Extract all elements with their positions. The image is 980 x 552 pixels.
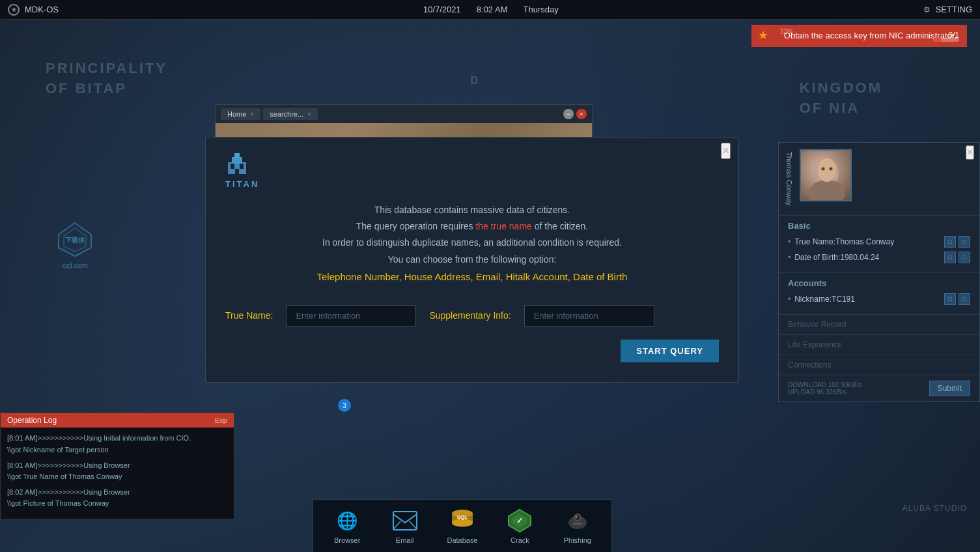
profile-accounts-section: Accounts • Nickname:TC191 □ □ xyxy=(779,272,979,314)
time-display: 8:02 AM xyxy=(477,5,508,14)
browser-win-controls: ─ × xyxy=(563,109,587,119)
taskbar-app-email[interactable]: Email xyxy=(377,504,432,548)
titan-logo-area: TITAN xyxy=(225,151,719,189)
titan-dialog: × TITAN This database contains massive d… xyxy=(205,137,739,383)
profile-nickname-field: • Nickname:TC191 □ □ xyxy=(788,293,970,305)
topbar: ◉ MDK-OS 10/7/2021 8:02 AM Thursday ⚙ SE… xyxy=(0,0,980,20)
true-name-input[interactable] xyxy=(286,305,416,327)
star-icon: ★ xyxy=(758,28,768,44)
bullet-icon-3: • xyxy=(788,295,791,304)
dob-copy-btn[interactable]: □ xyxy=(944,252,956,263)
svg-text:✓: ✓ xyxy=(516,516,523,525)
notification-badge: ★ Obtain the access key from NIC adminis… xyxy=(751,25,967,47)
titan-body-text: This database contains massive data of c… xyxy=(225,202,719,285)
browser-titlebar: Home × searchre... × ─ × xyxy=(216,105,592,123)
browser-tab-search[interactable]: searchre... × xyxy=(263,108,318,120)
database-app-icon: SQL xyxy=(449,508,475,534)
watermark-text: xzjl.com xyxy=(52,261,98,269)
life-experience-section: Life Experience xyxy=(779,334,979,355)
progress-bar-inner xyxy=(933,38,942,42)
basic-section-title: Basic xyxy=(788,221,970,231)
supplementary-label: Supplementary Info: xyxy=(429,310,511,321)
accounts-section-title: Accounts xyxy=(788,278,970,288)
browser-tab-home[interactable]: Home × xyxy=(221,108,260,120)
operation-log-header: Operation Log Exp xyxy=(1,413,234,428)
os-icon: ◉ xyxy=(8,4,20,16)
bullet-icon-2: • xyxy=(788,253,791,262)
crack-app-label: Crack xyxy=(511,536,529,544)
logo-watermark: 下载侠 xzjl.com xyxy=(52,222,98,269)
taskbar-app-crack[interactable]: ✓ Crack xyxy=(492,504,547,548)
operation-log-title: Operation Log xyxy=(7,416,57,425)
settings-label: SETTING xyxy=(936,5,972,14)
profile-name-vertical: Thomas Conway xyxy=(785,149,793,209)
nickname-copy-btn[interactable]: □ xyxy=(944,293,956,305)
topbar-center: 10/7/2021 8:02 AM Thursday xyxy=(423,5,559,14)
dob-actions: □ □ xyxy=(944,252,970,263)
browser-close-btn[interactable]: × xyxy=(576,109,587,119)
nickname-action-btn[interactable]: □ xyxy=(959,293,970,305)
titan-options: Telephone Number, House Address, Email, … xyxy=(225,268,719,285)
svg-point-10 xyxy=(809,180,845,201)
taskbar-app-phishing[interactable]: Phishing xyxy=(550,504,605,548)
truename-action-btn[interactable]: □ xyxy=(959,236,970,248)
taskbar-app-database[interactable]: SQL Database xyxy=(435,504,490,548)
browser-app-icon: 🌐 xyxy=(334,508,360,534)
svg-rect-8 xyxy=(235,169,239,174)
profile-header: Thomas Conway xyxy=(779,143,979,215)
svg-point-13 xyxy=(830,167,833,171)
progress-bar-outer xyxy=(933,38,959,42)
life-experience-title: Life Experience xyxy=(788,340,842,349)
taskbar-app-browser[interactable]: 🌐 Browser xyxy=(320,504,374,548)
svg-text:SQL: SQL xyxy=(457,514,468,520)
notification-message: Obtain the access key from NIC administr… xyxy=(784,31,957,40)
titan-dialog-close-btn[interactable]: × xyxy=(721,143,731,159)
bullet-icon: • xyxy=(788,237,791,246)
dob-text: Date of Birth:1980.04.24 xyxy=(794,253,944,262)
true-name-label: True Name: xyxy=(225,310,273,321)
network-info: DOWNLOAD 102.50KB/s UPLOAD 96.32KB/s xyxy=(788,381,861,396)
truename-copy-btn[interactable]: □ xyxy=(944,236,956,248)
log-entry-3: [8:02 AM]>>>>>>>>>>>Using Browser \\got … xyxy=(7,487,227,510)
submit-button[interactable]: Submit xyxy=(929,381,970,396)
svg-point-21 xyxy=(575,516,577,518)
profile-avatar xyxy=(800,149,852,201)
settings-icon: ⚙ xyxy=(923,5,931,14)
database-app-label: Database xyxy=(447,536,477,544)
behavior-record-section: Behavior Record xyxy=(779,314,979,334)
expand-button[interactable]: Exp xyxy=(215,416,227,424)
supplementary-input[interactable] xyxy=(524,305,654,327)
os-name: MDK-OS xyxy=(25,5,59,14)
dob-action-btn[interactable]: □ xyxy=(959,252,970,263)
phishing-app-icon xyxy=(565,508,591,534)
nickname-actions: □ □ xyxy=(944,293,970,305)
map-label-principality: PRINCIPALITYOF BITAP xyxy=(46,59,167,99)
behavior-record-title: Behavior Record xyxy=(788,320,846,329)
crack-app-icon: ✓ xyxy=(507,508,533,534)
profile-panel-close-btn[interactable]: × xyxy=(966,145,974,160)
operation-log: Operation Log Exp [8:01 AM]>>>>>>>>>>>Us… xyxy=(0,413,234,519)
nickname-text: Nickname:TC191 xyxy=(794,295,944,304)
browser-minimize-btn[interactable]: ─ xyxy=(563,109,574,119)
connections-title: Connections xyxy=(788,360,832,370)
profile-dob-field: • Date of Birth:1980.04.24 □ □ xyxy=(788,252,970,263)
topbar-left: ◉ MDK-OS xyxy=(8,4,59,16)
log-entry-2: [8:01 AM]>>>>>>>>>>>Using Browser \\got … xyxy=(7,460,227,483)
close-tab-home-icon[interactable]: × xyxy=(250,111,254,118)
browser-app-label: Browser xyxy=(334,536,360,544)
svg-point-12 xyxy=(822,167,825,171)
date-display: 10/7/2021 xyxy=(423,5,461,14)
topbar-right: ⚙ SETTING xyxy=(923,5,972,14)
start-query-button[interactable]: START QUERY xyxy=(621,340,719,362)
truename-actions: □ □ xyxy=(944,236,970,248)
progress-pct: 32% xyxy=(780,27,793,36)
profile-avatar-section: Thomas Conway xyxy=(785,149,793,209)
map-label-d: D xyxy=(470,75,479,87)
map-label-kingdom: KINGDOMOF NIA xyxy=(800,78,882,119)
profile-bottom: DOWNLOAD 102.50KB/s UPLOAD 96.32KB/s Sub… xyxy=(779,375,979,401)
svg-point-20 xyxy=(574,514,581,521)
titan-logo-text: TITAN xyxy=(225,179,259,189)
profile-basic-section: Basic • True Name:Thomas Conway □ □ • Da… xyxy=(779,215,979,272)
svg-rect-6 xyxy=(231,164,234,169)
close-tab-search-icon[interactable]: × xyxy=(307,111,311,118)
